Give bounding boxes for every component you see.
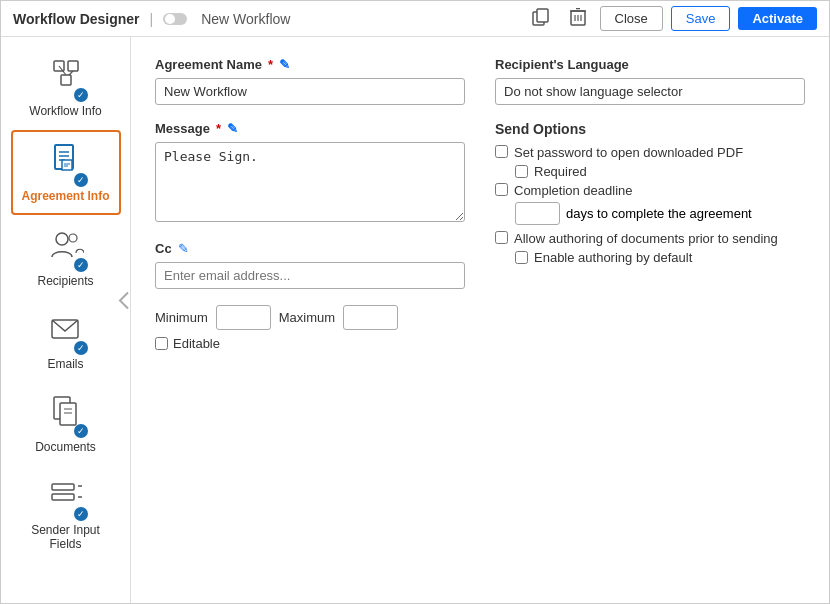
save-button[interactable]: Save xyxy=(671,6,731,31)
message-edit-icon[interactable]: ✎ xyxy=(227,121,238,136)
send-options-label: Send Options xyxy=(495,121,805,137)
svg-rect-11 xyxy=(68,61,78,71)
cc-label: Cc xyxy=(155,241,172,256)
maximum-input[interactable] xyxy=(343,305,398,330)
app-title: Workflow Designer xyxy=(13,11,140,27)
cc-input[interactable] xyxy=(155,262,465,289)
sidebar-item-recipients[interactable]: ✓ Recipients xyxy=(11,217,121,298)
content-area: Agreement Name* ✎ Message* ✎ C xyxy=(131,37,829,603)
sidebar-item-documents[interactable]: ✓ Documents xyxy=(11,383,121,464)
sidebar-item-agreement-info-label: Agreement Info xyxy=(21,189,109,203)
authoring-checkbox[interactable] xyxy=(495,231,508,244)
sidebar-item-agreement-info[interactable]: ✓ Agreement Info xyxy=(11,130,121,215)
sidebar-item-emails-label: Emails xyxy=(47,357,83,371)
cc-edit-icon[interactable]: ✎ xyxy=(178,241,189,256)
activate-button[interactable]: Activate xyxy=(738,7,817,30)
sidebar-item-workflow-info-label: Workflow Info xyxy=(29,104,101,118)
recipient-language-input[interactable] xyxy=(495,78,805,105)
enable-authoring-sub: Enable authoring by default xyxy=(515,250,805,265)
agreement-info-badge: ✓ xyxy=(74,173,88,187)
cc-section: Cc ✎ xyxy=(155,241,465,289)
recipients-badge: ✓ xyxy=(74,258,88,272)
sidebar-item-sender-input-fields-label: Sender Input Fields xyxy=(19,523,113,551)
recipients-icon: ✓ xyxy=(48,227,84,270)
maximum-label: Maximum xyxy=(279,310,335,325)
svg-rect-3 xyxy=(537,9,548,22)
message-label: Message* ✎ xyxy=(155,121,465,136)
sidebar-collapse-arrow[interactable] xyxy=(118,291,130,314)
sender-input-fields-icon: ✓ xyxy=(48,476,84,519)
content-right: Recipient's Language Send Options Set pa… xyxy=(495,57,805,583)
message-section: Message* ✎ xyxy=(155,121,465,225)
recipient-language-label: Recipient's Language xyxy=(495,57,805,72)
sidebar: ✓ Workflow Info ✓ xyxy=(1,37,131,603)
sidebar-item-recipients-label: Recipients xyxy=(37,274,93,288)
sidebar-item-workflow-info[interactable]: ✓ Workflow Info xyxy=(11,47,121,128)
svg-rect-29 xyxy=(52,484,74,490)
deadline-checkbox[interactable] xyxy=(495,183,508,196)
header: Workflow Designer | New Workflow xyxy=(1,1,829,37)
delete-button[interactable] xyxy=(564,6,592,32)
recipient-language-section: Recipient's Language xyxy=(495,57,805,105)
password-checkbox[interactable] xyxy=(495,145,508,158)
workflow-info-icon: ✓ xyxy=(48,57,84,100)
editable-checkbox-label[interactable]: Editable xyxy=(155,336,220,351)
agreement-name-edit-icon[interactable]: ✎ xyxy=(279,57,290,72)
editable-row: Editable xyxy=(155,336,465,351)
agreement-name-section: Agreement Name* ✎ xyxy=(155,57,465,105)
sidebar-item-sender-input-fields[interactable]: ✓ Sender Input Fields xyxy=(11,466,121,561)
min-max-row: Minimum Maximum xyxy=(155,305,465,330)
deadline-days-input[interactable] xyxy=(515,202,560,225)
header-actions: Close Save Activate xyxy=(526,6,817,32)
svg-rect-19 xyxy=(62,160,72,170)
deadline-days-row: days to complete the agreement xyxy=(515,202,805,225)
message-input[interactable] xyxy=(155,142,465,222)
deadline-option-row: Completion deadline xyxy=(495,183,805,198)
toggle-icon xyxy=(163,12,189,26)
emails-badge: ✓ xyxy=(74,341,88,355)
svg-point-23 xyxy=(69,234,77,242)
send-options-section: Send Options Set password to open downlo… xyxy=(495,121,805,265)
editable-checkbox[interactable] xyxy=(155,337,168,350)
workflow-info-badge: ✓ xyxy=(74,88,88,102)
content-left: Agreement Name* ✎ Message* ✎ C xyxy=(155,57,465,583)
minimum-label: Minimum xyxy=(155,310,208,325)
svg-point-22 xyxy=(56,233,68,245)
documents-badge: ✓ xyxy=(74,424,88,438)
required-option-sub: Required xyxy=(515,164,805,179)
sidebar-item-emails[interactable]: ✓ Emails xyxy=(11,300,121,381)
copy-icon xyxy=(532,8,550,26)
password-option-row: Set password to open downloaded PDF xyxy=(495,145,805,160)
svg-point-1 xyxy=(165,14,175,24)
sender-input-fields-badge: ✓ xyxy=(74,507,88,521)
workflow-name: New Workflow xyxy=(201,11,290,27)
svg-rect-26 xyxy=(60,403,76,425)
emails-icon: ✓ xyxy=(48,310,84,353)
close-button[interactable]: Close xyxy=(600,6,663,31)
agreement-name-input[interactable] xyxy=(155,78,465,105)
agreement-name-label: Agreement Name* ✎ xyxy=(155,57,465,72)
svg-rect-12 xyxy=(61,75,71,85)
main-body: ✓ Workflow Info ✓ xyxy=(1,37,829,603)
svg-rect-30 xyxy=(52,494,74,500)
enable-authoring-checkbox[interactable] xyxy=(515,251,528,264)
sidebar-item-documents-label: Documents xyxy=(35,440,96,454)
header-separator: | xyxy=(150,11,154,27)
cc-header: Cc ✎ xyxy=(155,241,465,256)
agreement-info-icon: ✓ xyxy=(48,142,84,185)
header-left: Workflow Designer | New Workflow xyxy=(13,11,290,27)
required-checkbox[interactable] xyxy=(515,165,528,178)
copy-button[interactable] xyxy=(526,6,556,32)
documents-icon: ✓ xyxy=(48,393,84,436)
authoring-option-row: Allow authoring of documents prior to se… xyxy=(495,231,805,246)
minimum-input[interactable] xyxy=(216,305,271,330)
trash-icon xyxy=(570,8,586,26)
